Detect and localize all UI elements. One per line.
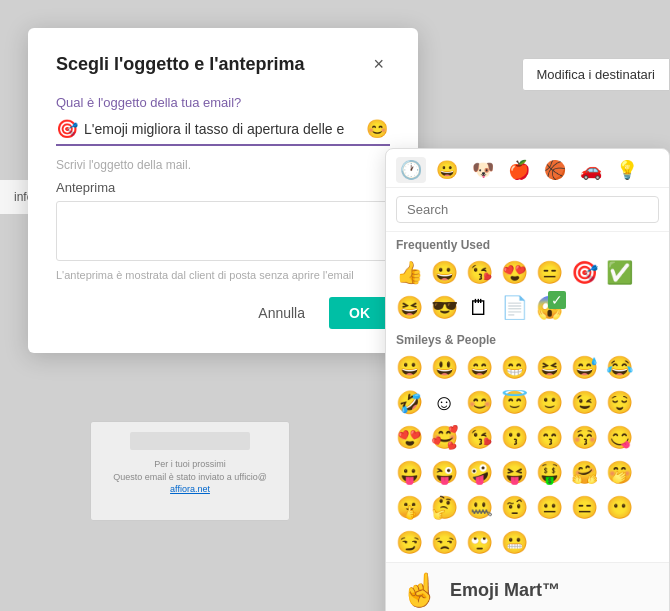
tab-smileys[interactable]: 😀 (432, 157, 462, 183)
freq-emoji-8[interactable]: 😎 (427, 291, 461, 325)
emoji-mart-label: Emoji Mart™ (450, 580, 560, 601)
smiley-emoji-1[interactable]: 😃 (427, 351, 461, 385)
modal-header: Scegli l'oggetto e l'anteprima × (56, 52, 390, 77)
freq-emoji-3[interactable]: 😍 (497, 256, 531, 290)
modal-dialog: Scegli l'oggetto e l'anteprima × Qual è … (28, 28, 418, 353)
smiley-emoji-6[interactable]: 😂 (602, 351, 636, 385)
ok-button[interactable]: OK (329, 297, 390, 329)
smiley-emoji-15[interactable]: 🥰 (427, 421, 461, 455)
frequently-used-grid: 👍😀😘😍😑🎯✅😆😎🗒📄😱✓ (386, 254, 669, 327)
smiley-emoji-2[interactable]: 😄 (462, 351, 496, 385)
tab-recent[interactable]: 🕐 (396, 157, 426, 183)
smiley-emoji-22[interactable]: 😜 (427, 456, 461, 490)
smiley-emoji-31[interactable]: 🤨 (497, 491, 531, 525)
tab-objects[interactable]: 💡 (612, 157, 642, 183)
subject-placeholder: Scrivi l'oggetto della mail. (56, 158, 390, 172)
emoji-picker: 🕐 😀 🐶 🍎 🏀 🚗 💡 Frequently Used 👍😀😘😍😑🎯✅😆😎🗒… (385, 148, 670, 611)
tab-food[interactable]: 🍎 (504, 157, 534, 183)
smiley-emoji-27[interactable]: 🤭 (602, 456, 636, 490)
subject-icon: 🎯 (56, 118, 78, 140)
modal-footer: Annulla OK (56, 297, 390, 329)
smiley-emoji-32[interactable]: 😐 (532, 491, 566, 525)
smiley-emoji-29[interactable]: 🤔 (427, 491, 461, 525)
smiley-emoji-13[interactable]: 😌 (602, 386, 636, 420)
smiley-emoji-36[interactable]: 😒 (427, 526, 461, 560)
smileys-grid: 😀😃😄😁😆😅😂🤣☺️😊😇🙂😉😌😍🥰😘😗😙😚😋😛😜🤪😝🤑🤗🤭🤫🤔🤐🤨😐😑😶😏😒🙄😬 (386, 349, 669, 562)
smileys-label: Smileys & People (386, 327, 669, 349)
smiley-emoji-5[interactable]: 😅 (567, 351, 601, 385)
smiley-emoji-7[interactable]: 🤣 (392, 386, 426, 420)
freq-emoji-4[interactable]: 😑 (532, 256, 566, 290)
smiley-emoji-38[interactable]: 😬 (497, 526, 531, 560)
smiley-emoji-9[interactable]: 😊 (462, 386, 496, 420)
smiley-emoji-19[interactable]: 😚 (567, 421, 601, 455)
preview-hint: L'anteprima è mostrata dal client di pos… (56, 269, 390, 281)
email-label: Qual è l'oggetto della tua email? (56, 95, 390, 110)
checkmark-overlay: ✓ (548, 291, 566, 309)
smiley-emoji-33[interactable]: 😑 (567, 491, 601, 525)
smiley-emoji-23[interactable]: 🤪 (462, 456, 496, 490)
tab-travel[interactable]: 🚗 (576, 157, 606, 183)
smiley-emoji-18[interactable]: 😙 (532, 421, 566, 455)
emoji-tabs: 🕐 😀 🐶 🍎 🏀 🚗 💡 (386, 149, 669, 188)
freq-emoji-6[interactable]: ✅ (602, 256, 636, 290)
emoji-inline-button[interactable]: 😊 (364, 118, 390, 140)
smiley-emoji-3[interactable]: 😁 (497, 351, 531, 385)
smiley-emoji-34[interactable]: 😶 (602, 491, 636, 525)
tab-animals[interactable]: 🐶 (468, 157, 498, 183)
freq-emoji-10[interactable]: 📄 (497, 291, 531, 325)
freq-emoji-1[interactable]: 😀 (427, 256, 461, 290)
email-preview-header (130, 432, 250, 450)
email-preview-text: Per i tuoi prossimi Questo email è stato… (101, 458, 279, 496)
smiley-emoji-0[interactable]: 😀 (392, 351, 426, 385)
smiley-emoji-21[interactable]: 😛 (392, 456, 426, 490)
subject-input[interactable] (84, 121, 364, 137)
smiley-emoji-28[interactable]: 🤫 (392, 491, 426, 525)
smiley-emoji-25[interactable]: 🤑 (532, 456, 566, 490)
modal-title: Scegli l'oggetto e l'anteprima (56, 54, 305, 75)
freq-emoji-5[interactable]: 🎯 (567, 256, 601, 290)
freq-emoji-11[interactable]: 😱✓ (532, 291, 566, 325)
smiley-emoji-24[interactable]: 😝 (497, 456, 531, 490)
smiley-emoji-17[interactable]: 😗 (497, 421, 531, 455)
emoji-mart-thumb: ☝️ (400, 571, 440, 609)
emoji-search-row (386, 188, 669, 232)
freq-emoji-2[interactable]: 😘 (462, 256, 496, 290)
smiley-emoji-14[interactable]: 😍 (392, 421, 426, 455)
modifica-button[interactable]: Modifica i destinatari (522, 58, 671, 91)
email-preview-box: Per i tuoi prossimi Questo email è stato… (90, 421, 290, 521)
smiley-emoji-26[interactable]: 🤗 (567, 456, 601, 490)
smiley-emoji-10[interactable]: 😇 (497, 386, 531, 420)
preview-textarea[interactable] (56, 201, 390, 261)
smiley-emoji-11[interactable]: 🙂 (532, 386, 566, 420)
freq-emoji-7[interactable]: 😆 (392, 291, 426, 325)
smiley-emoji-12[interactable]: 😉 (567, 386, 601, 420)
smiley-emoji-4[interactable]: 😆 (532, 351, 566, 385)
emoji-mart-footer: ☝️ Emoji Mart™ (386, 562, 669, 611)
smiley-emoji-16[interactable]: 😘 (462, 421, 496, 455)
frequently-used-label: Frequently Used (386, 232, 669, 254)
subject-row: 🎯 😊 (56, 118, 390, 146)
smiley-emoji-8[interactable]: ☺️ (427, 386, 461, 420)
smiley-emoji-30[interactable]: 🤐 (462, 491, 496, 525)
tab-activity[interactable]: 🏀 (540, 157, 570, 183)
freq-emoji-0[interactable]: 👍 (392, 256, 426, 290)
freq-emoji-9[interactable]: 🗒 (462, 291, 496, 325)
smiley-emoji-35[interactable]: 😏 (392, 526, 426, 560)
smiley-emoji-37[interactable]: 🙄 (462, 526, 496, 560)
modal-close-button[interactable]: × (367, 52, 390, 77)
smiley-emoji-20[interactable]: 😋 (602, 421, 636, 455)
preview-label: Anteprima (56, 180, 390, 195)
emoji-search-input[interactable] (396, 196, 659, 223)
cancel-button[interactable]: Annulla (244, 297, 319, 329)
